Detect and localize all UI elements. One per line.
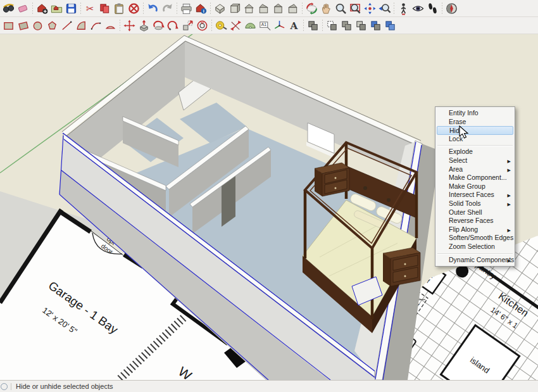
context-menu: Entity InfoEraseHideLockExplodeSelect▶Ar…	[435, 106, 515, 267]
circle-tool-icon[interactable]	[30, 18, 45, 33]
move-tool-icon[interactable]	[122, 18, 137, 33]
submenu-arrow-icon: ▶	[508, 256, 511, 265]
submenu-arrow-icon: ▶	[508, 191, 511, 200]
lamp	[387, 198, 391, 202]
zoom-window-icon[interactable]	[348, 1, 363, 16]
menu-item-intersect-faces[interactable]: Intersect Faces▶	[435, 191, 515, 199]
undo-icon[interactable]	[146, 1, 160, 16]
zoom-extents-icon[interactable]	[363, 1, 377, 16]
model-info-icon[interactable]: i	[194, 1, 208, 16]
menu-item-soften-smooth-edges[interactable]: Soften/Smooth Edges	[435, 234, 515, 243]
compass-icon[interactable]	[444, 1, 459, 16]
solid-union-icon[interactable]	[339, 18, 354, 33]
toolbar-separator	[141, 2, 146, 15]
outer-shell-icon[interactable]	[306, 18, 320, 33]
help-icon[interactable]	[1, 383, 8, 390]
menu-item-erase[interactable]: Erase	[435, 118, 515, 127]
menu-item-dynamic-components[interactable]: Dynamic Components▶	[435, 256, 515, 265]
toolbar-separator	[208, 2, 213, 15]
menu-item-select[interactable]: Select▶	[435, 156, 515, 165]
tape-measure-icon[interactable]	[214, 18, 228, 33]
menu-item-make-group[interactable]: Make Group	[435, 182, 515, 191]
arc-tool-icon[interactable]	[74, 18, 89, 33]
iso-view-icon[interactable]	[213, 1, 227, 16]
push-pull-tool-icon[interactable]	[137, 18, 151, 33]
pan-icon[interactable]	[319, 1, 334, 16]
paste-icon[interactable]	[112, 1, 127, 16]
sketchup-window: ✂i A1A	[0, 0, 538, 392]
menu-item-reverse-faces[interactable]: Reverse Faces	[435, 217, 515, 225]
copy-icon[interactable]	[97, 1, 112, 16]
solid-trim-icon[interactable]	[368, 18, 383, 33]
status-bar: Hide or unhide selected objects	[0, 380, 538, 392]
menu-item-make-component[interactable]: Make Component...	[435, 174, 515, 182]
svg-text:✂: ✂	[86, 3, 94, 14]
axes-tool-icon[interactable]	[272, 18, 287, 33]
position-camera-icon[interactable]	[396, 1, 411, 16]
top-view-icon[interactable]	[227, 1, 242, 16]
toolbar-separator	[440, 2, 444, 15]
dimension-icon[interactable]	[228, 18, 243, 33]
menu-item-area[interactable]: Area▶	[435, 165, 515, 174]
goggles-icon[interactable]	[1, 1, 16, 16]
rotate-tool-icon[interactable]	[151, 18, 166, 33]
toolbar-standard: ✂i	[0, 0, 538, 17]
line-tool-icon[interactable]	[59, 18, 74, 33]
menu-item-flip-along[interactable]: Flip Along▶	[435, 225, 515, 234]
submenu-arrow-icon: ▶	[508, 166, 511, 175]
cut-icon[interactable]: ✂	[83, 1, 97, 16]
menu-item-outer-shell[interactable]: Outer Shell	[435, 208, 515, 217]
redo-icon[interactable]	[160, 1, 175, 16]
look-around-icon[interactable]	[411, 1, 425, 16]
orbit-icon[interactable]	[304, 1, 319, 16]
nightstand-left[interactable]	[315, 163, 349, 196]
menu-separator	[435, 251, 515, 256]
menu-item-explode[interactable]: Explode	[435, 148, 515, 156]
menu-item-zoom-selection[interactable]: Zoom Selection	[435, 243, 515, 251]
svg-text:A: A	[290, 20, 299, 32]
delete-icon[interactable]	[127, 1, 141, 16]
lamp	[363, 186, 367, 190]
eraser-icon[interactable]	[16, 1, 30, 16]
menu-item-entity-info[interactable]: Entity Info	[435, 109, 515, 118]
solid-intersect-icon[interactable]	[325, 18, 339, 33]
print-icon[interactable]	[179, 1, 194, 16]
left-view-icon[interactable]	[285, 1, 300, 16]
scale-tool-icon[interactable]	[180, 18, 195, 33]
toolbar-separator	[392, 2, 396, 15]
protractor-icon[interactable]	[243, 18, 258, 33]
offset-tool-icon[interactable]	[195, 18, 210, 33]
svg-text:A1: A1	[261, 22, 266, 27]
walk-icon[interactable]	[425, 1, 440, 16]
polygon-tool-icon[interactable]	[45, 18, 59, 33]
menu-item-hide[interactable]: Hide	[437, 126, 513, 135]
toolbar-separator	[30, 2, 35, 15]
right-view-icon[interactable]	[256, 1, 271, 16]
status-separator	[11, 383, 11, 390]
zoom-previous-icon[interactable]	[377, 1, 392, 16]
text-tool-icon[interactable]: A1	[258, 18, 272, 33]
three-point-arc-tool-icon[interactable]	[103, 18, 118, 33]
3d-text-icon[interactable]: A	[287, 18, 301, 33]
viewport-3d[interactable]: Garage - 1 Bay 12' x 20' 5" opt door W	[0, 34, 538, 380]
toolbar-separator	[210, 19, 214, 32]
zoom-icon[interactable]	[334, 1, 348, 16]
nightstand-right[interactable]	[383, 248, 420, 286]
new-icon[interactable]	[35, 1, 49, 16]
solid-subtract-icon[interactable]	[354, 18, 368, 33]
toolbar-separator	[301, 19, 306, 32]
toolbar-drawing: A1A	[0, 17, 538, 34]
save-icon[interactable]	[64, 1, 78, 16]
rotated-rectangle-tool-icon[interactable]	[16, 18, 30, 33]
submenu-arrow-icon: ▶	[508, 157, 511, 166]
front-view-icon[interactable]	[242, 1, 256, 16]
two-point-arc-tool-icon[interactable]	[89, 18, 103, 33]
menu-item-lock[interactable]: Lock	[435, 135, 515, 144]
back-view-icon[interactable]	[271, 1, 285, 16]
solid-split-icon[interactable]	[383, 18, 397, 33]
open-icon[interactable]	[49, 1, 64, 16]
follow-me-tool-icon[interactable]	[166, 18, 180, 33]
toolbar-separator	[320, 19, 325, 32]
menu-item-solid-tools[interactable]: Solid Tools▶	[435, 199, 515, 208]
rectangle-tool-icon[interactable]	[1, 18, 16, 33]
